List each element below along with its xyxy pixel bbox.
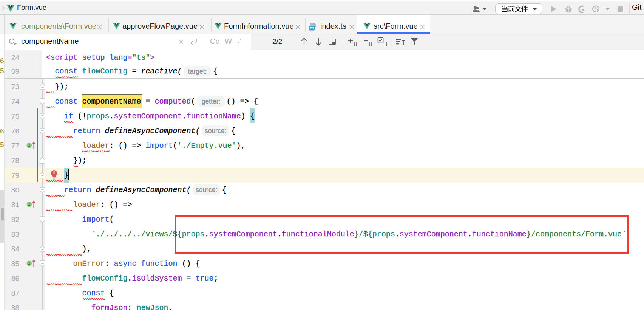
svg-text:TS: TS	[310, 26, 314, 30]
